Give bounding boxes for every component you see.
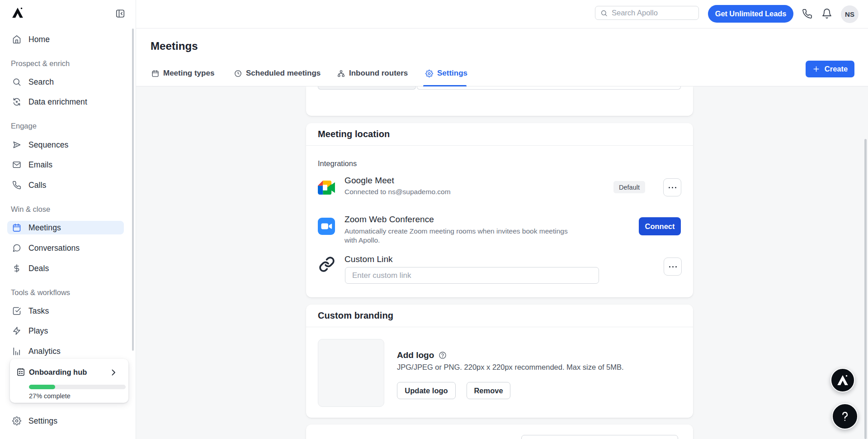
get-unlimited-leads-button[interactable]: Get Unlimited Leads [708,5,793,23]
apollo-logo-icon[interactable] [12,7,24,19]
google-meet-name: Google Meet [344,176,394,186]
google-meet-more-button[interactable] [663,178,681,196]
topbar: Get Unlimited Leads NS [136,0,868,29]
tab-label: Meeting types [163,69,214,78]
sidebar-section-prospect: Prospect & enrich [11,59,70,68]
question-mark-icon [838,410,852,423]
plus-icon [812,65,820,73]
chevron-right-icon [109,368,118,377]
search-icon [12,77,21,86]
logo-requirements-hint: JPG/JPEG or PNG. 220px x 220px recommend… [397,363,624,372]
card-partial-bottom [306,425,693,439]
sidebar-item-label: Calls [28,181,46,190]
add-logo-label: Add logo [397,350,434,360]
zoom-description-line1: Automatically create Zoom meeting rooms … [344,227,568,236]
sidebar-collapse-icon[interactable] [115,9,125,19]
sidebar-item-label: Home [28,35,50,44]
sidebar-item-label: Search [28,77,54,87]
sidebar-section-engage: Engage [11,122,37,131]
bar-chart-icon [12,347,21,356]
search-icon [600,10,608,17]
card-title: Custom branding [318,310,393,321]
partial-input[interactable] [417,86,681,90]
tab-meeting-types[interactable]: Meeting types [151,68,214,79]
sidebar-item-label: Settings [28,416,57,426]
sidebar-item-tasks[interactable]: Tasks [7,304,124,318]
tab-settings[interactable]: Settings [425,68,467,79]
apollo-assistant-button[interactable] [830,368,855,392]
sidebar-item-deals[interactable]: Deals [7,262,124,275]
tab-label: Inbound routers [349,69,408,78]
global-search[interactable] [595,6,699,20]
meeting-location-card: Meeting location Integrations Google Mee… [306,123,693,297]
main-scrollbar[interactable] [864,139,867,439]
sidebar-item-label: Emails [28,160,52,170]
google-meet-icon [318,179,335,196]
sidebar-section-tools: Tools & workflows [11,288,70,297]
sidebar-item-conversations[interactable]: Conversations [7,241,124,255]
bolt-icon [12,326,21,335]
clock-icon [234,70,242,77]
custom-link-more-button[interactable] [664,258,682,276]
sidebar-scrollbar[interactable] [132,29,134,351]
sidebar-item-label: Conversations [28,243,80,253]
avatar[interactable]: NS [841,5,859,23]
partial-select[interactable] [318,86,416,90]
custom-link-field [345,267,599,284]
add-logo-row: Add logo [397,350,447,360]
sidebar-item-analytics[interactable]: Analytics [7,344,124,358]
gear-icon [12,416,21,425]
connect-button[interactable]: Connect [639,217,681,235]
zoom-icon [318,218,335,235]
card-title: Meeting location [318,129,390,139]
chat-icon [12,243,21,253]
custom-branding-card: Custom branding Add logo JPG/JPEG or PNG… [306,305,693,418]
sidebar-item-search[interactable]: Search [7,75,124,89]
zoom-description-line2: with Apollo. [344,236,380,245]
apollo-logo-icon [837,375,849,386]
custom-link-name: Custom Link [344,254,393,264]
sidebar: Home Prospect & enrich Search Data enric… [0,0,136,439]
onboarding-hub-card[interactable]: Onboarding hub 27% complete [10,359,128,403]
create-button[interactable]: Create [806,61,854,77]
send-icon [12,140,21,149]
sync-icon [12,97,21,106]
tab-scheduled-meetings[interactable]: Scheduled meetings [234,68,321,79]
sidebar-item-label: Sequences [28,140,68,150]
sidebar-item-label: Meetings [28,223,61,233]
sidebar-item-label: Plays [28,326,48,336]
help-icon[interactable] [439,351,447,359]
google-meet-status: Connected to ns@supademo.com [344,187,451,197]
calendar-icon [12,223,21,232]
sidebar-item-meetings[interactable]: Meetings [7,221,124,234]
calendar-icon [151,70,159,77]
onboarding-hub-label: Onboarding hub [29,368,87,377]
content-area: Meeting location Integrations Google Mee… [136,86,868,439]
custom-link-input[interactable] [345,271,599,280]
sidebar-item-settings[interactable]: Settings [7,414,124,428]
partial-input[interactable] [521,435,678,439]
onboarding-progress-fill [29,385,55,389]
sidebar-section-win-close: Win & close [11,205,50,214]
sidebar-item-calls[interactable]: Calls [7,178,124,192]
tab-inbound-routers[interactable]: Inbound routers [337,68,408,79]
sidebar-item-emails[interactable]: Emails [7,158,124,172]
sidebar-item-plays[interactable]: Plays [7,324,124,338]
dollar-icon [12,264,21,273]
sidebar-item-label: Deals [28,264,49,273]
search-input[interactable] [612,9,693,17]
card-header: Custom branding [306,305,693,327]
phone-icon [12,181,21,190]
sidebar-item-home[interactable]: Home [7,33,124,46]
gear-icon [425,70,433,77]
check-square-icon [12,306,21,315]
sidebar-item-sequences[interactable]: Sequences [7,138,124,152]
phone-icon[interactable] [802,9,812,19]
help-button[interactable] [832,403,858,429]
update-logo-button[interactable]: Update logo [397,382,456,399]
card-header: Meeting location [306,123,693,146]
create-button-label: Create [825,65,848,73]
remove-logo-button[interactable]: Remove [467,382,510,399]
bell-icon[interactable] [821,8,832,19]
sidebar-item-data-enrichment[interactable]: Data enrichment [7,95,124,109]
